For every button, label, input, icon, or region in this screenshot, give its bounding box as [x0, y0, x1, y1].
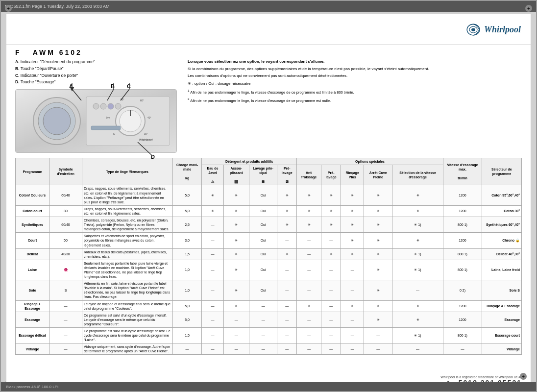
outer-frame: + + + MrO552.1.fm Page 1 Tuesday, July 2… [0, 0, 537, 392]
cell-programme: Laine [16, 260, 49, 280]
col-lavage: Lavage prin-cipal⊞ [249, 165, 277, 185]
cell-pre-lav: ✳ [321, 185, 341, 205]
cell-programme: Synthétiques [16, 217, 49, 233]
table-row: Soie S Vêtements en lin, soie, laine et … [16, 280, 522, 300]
cell-pre-lav: ✳ [321, 217, 341, 233]
header: Whirlpool [6, 14, 531, 45]
corner-mark-tl: + [5, 5, 12, 12]
cell-charge: 5,0 [172, 185, 202, 205]
cell-eau-javel: ✳ [202, 185, 223, 205]
cell-selecteur: Rinçage & Essorage [482, 300, 521, 312]
cell-arret: ✳ [364, 185, 392, 205]
svg-text:95°: 95° [121, 98, 124, 101]
cell-charge: 5,0 [172, 312, 202, 327]
machine-diagram-svg: Whirlpool 95° 60° 40° 30° S Syn [18, 92, 174, 150]
cell-type: Draps, nappes, sous-vêtements, serviette… [82, 185, 173, 205]
col-selecteur: Sélecteur de programme [482, 158, 521, 185]
whirlpool-logo-icon [465, 23, 481, 37]
cell-eau-javel: — [202, 233, 223, 248]
cell-assou: ✳ [223, 260, 249, 280]
cell-pre-lav: ✳ [321, 248, 341, 260]
instruction-a: A. Indicateur "Déroulement du programme" [15, 59, 182, 65]
cell-rincage: ✳ [341, 233, 364, 248]
cell-programme: Délicat [16, 248, 49, 260]
cell-anti: — [296, 248, 321, 260]
cell-eau-javel: — [202, 312, 223, 327]
left-section: A. Indicateur "Déroulement du programme"… [15, 59, 182, 155]
svg-point-2 [471, 28, 475, 31]
cell-symbole: — [49, 343, 82, 355]
cell-arret: ✳ [364, 205, 392, 217]
col-pre-lavage: Pré-lavage⊠ [277, 165, 297, 185]
cell-symbole: S [49, 280, 82, 300]
table-row: Synthétiques 60/40 Chemises, corsages, b… [16, 217, 522, 233]
cell-pre: — [277, 260, 297, 280]
cell-vitesse: 800 1) [443, 328, 482, 343]
instructions: A. Indicateur "Déroulement du programme"… [15, 59, 182, 85]
cell-vitesse: 800 1) [443, 260, 482, 280]
cell-selecteur: Laine, Laine froid [482, 260, 521, 280]
cell-type: Chemises, corsages, blouses, etc. en pol… [82, 217, 173, 233]
desc-body-1: Si la combinaison du programme, des opti… [188, 66, 522, 72]
cell-selection: ✳ 1) [392, 248, 443, 260]
cell-anti: — [296, 233, 321, 248]
cell-type: Ce programme est suivi d'un cycle d'esso… [82, 312, 173, 327]
cell-type: Seulement lainages portant le label pure… [82, 260, 173, 280]
cell-rincage: ✳ [341, 248, 364, 260]
col-programme: Programme [16, 158, 49, 185]
cell-assou: ✳ [223, 248, 249, 260]
col-charge: Charge maxi-malekg [172, 158, 202, 185]
cell-vitesse: 1200 [443, 205, 482, 217]
cell-programme: Rinçage + Essorage [16, 300, 49, 312]
cell-arret: ✳ [364, 312, 392, 327]
cell-vitesse: 1200 [443, 233, 482, 248]
table-row: Coton/ Couleurs 60/40 Draps, nappes, sou… [16, 185, 522, 205]
svg-point-20 [115, 103, 121, 109]
cell-symbole: — [49, 328, 82, 343]
cell-eau-javel: ✳ [202, 205, 223, 217]
cell-charge: — [172, 343, 202, 355]
cell-charge: 5,0 [172, 300, 202, 312]
col-arret: Arrêt Cuve Pleine [364, 165, 392, 185]
svg-text:Whirlpool: Whirlpool [139, 138, 153, 141]
instruction-c: C. Indicateur "Ouverture de porte" [15, 73, 182, 79]
cell-programme: Essorage [16, 312, 49, 327]
cell-eau-javel: — [202, 300, 223, 312]
table-row: Court 50 Salopettes et vêtements de spor… [16, 233, 522, 248]
model-name: AWM 6102 [33, 49, 82, 56]
cell-pre-lav: — [321, 328, 341, 343]
table-row: Coton court 30 Draps, nappes, sous-vêtem… [16, 205, 522, 217]
cell-eau-javel: — [202, 280, 223, 300]
svg-point-18 [100, 103, 106, 109]
bottom-bar-text: Black process 45.0° 100.0 LPI [6, 385, 58, 389]
cell-arret: ✳ [364, 217, 392, 233]
cell-type: Vêtements en lin, soie, laine et viscose… [82, 280, 173, 300]
cell-lavage: — [249, 300, 277, 312]
cell-type: Ce programme est suivi d'un cycle d'esso… [82, 328, 173, 343]
cell-anti: — [296, 343, 321, 355]
cell-eau-javel: — [202, 343, 223, 355]
top-bar: MrO552.1.fm Page 1 Tuesday, July 22, 200… [1, 1, 536, 12]
cell-anti: ✳ [296, 185, 321, 205]
cell-symbole: — [49, 300, 82, 312]
cell-pre-lav: — [321, 343, 341, 355]
note-1: 1 Afin de ne pas endommager le linge, la… [188, 88, 522, 95]
cell-lavage: Oui [249, 248, 277, 260]
cell-charge: 1,0 [172, 260, 202, 280]
desc-title: Lorsque vous sélectionnez une option, le… [188, 59, 522, 65]
cell-programme: Coton/ Couleurs [16, 185, 49, 205]
cell-charge: 2,5 [172, 217, 202, 233]
cell-arret: ✳ [364, 300, 392, 312]
cell-vitesse: 1200 [443, 185, 482, 205]
cell-type: Le cycle de rinçage et d'essorage final … [82, 300, 173, 312]
cell-selection: — [392, 280, 443, 300]
cell-rincage: — [341, 328, 364, 343]
cell-programme: Essorage délicat [16, 328, 49, 343]
svg-text:Syn: Syn [106, 116, 110, 119]
cell-pre: ✳ [277, 205, 297, 217]
table-row: Vidange — Vidange uniquement, sans cycle… [16, 343, 522, 355]
cell-pre-lav: — [321, 233, 341, 248]
col-vitesse: Vitesse d'essorage max.tr/min [443, 158, 482, 185]
cell-charge: 1,0 [172, 280, 202, 300]
cell-symbole: 40/30 [49, 248, 82, 260]
